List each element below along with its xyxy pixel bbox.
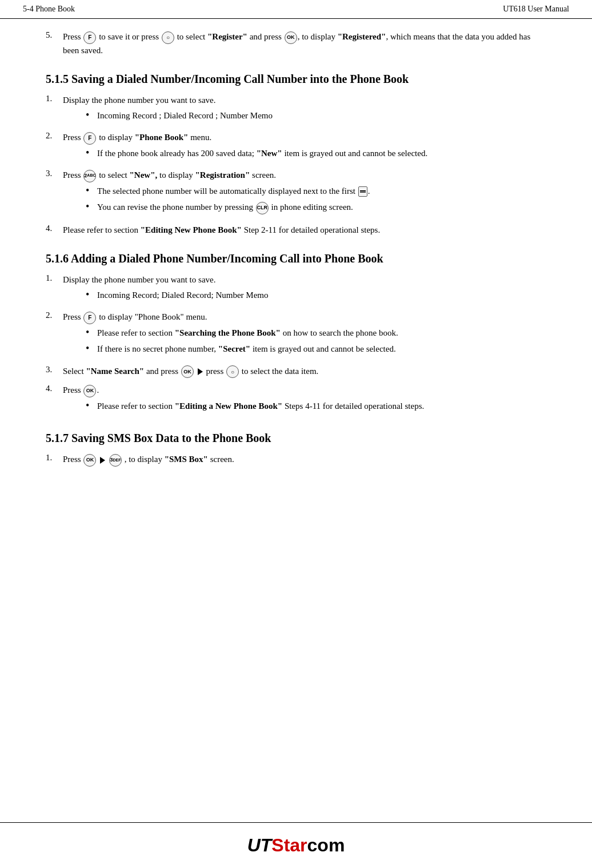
bullet-516-2-1: • Please refer to section "Searching the… [86,327,546,340]
f-button-516[interactable]: F [83,312,96,324]
step-517-text-1: Press OK 3DEF , to display "SMS Box" scr… [63,453,546,467]
section-517-heading: 5.1.7 Saving SMS Box Data to the Phone B… [46,432,546,445]
ok-button-516[interactable]: OK [181,365,194,378]
step-num-4: 4. [46,224,59,233]
bullet-3-2: • You can revise the phone number by pre… [86,201,546,214]
abc-button[interactable]: 2ABC [83,170,96,182]
bullet-list-516-2: • Please refer to section "Searching the… [86,327,546,356]
section-517: 5.1.7 Saving SMS Box Data to the Phone B… [46,432,546,467]
header-left: 5-4 Phone Book [23,5,75,14]
step-516-2: 2. Press F to display "Phone Book" menu.… [46,310,546,359]
new-select-label: "New", [130,170,158,180]
def-button[interactable]: 3DEF [109,454,122,467]
bullet-list-2: • If the phone book already has 200 save… [86,147,546,160]
step-num-2: 2. [46,131,59,141]
section-515-heading: 5.1.5 Saving a Dialed Number/Incoming Ca… [46,73,546,86]
editing-new-label: "Editing a New Phone Book" [175,401,282,411]
step-516-num-4: 4. [46,384,59,393]
registration-label: "Registration" [195,170,250,180]
step-text-1: Display the phone number you want to sav… [63,94,546,125]
step-516-text-1: Display the phone number you want to sav… [63,273,546,305]
step-517-num-1: 1. [46,453,59,463]
step-516-num-3: 3. [46,365,59,375]
bullet-3-1: • The selected phone number will be auto… [86,185,546,198]
page-content: 5. Press F to save it or press ○ to sele… [0,19,592,525]
step-516-3: 3. Select "Name Search" and press OK pre… [46,365,546,379]
clr-button[interactable]: CLR [256,202,269,214]
page-header: 5-4 Phone Book UT618 User Manual [0,0,592,19]
searching-label: "Searching the Phone Book" [175,328,281,337]
f-button-2[interactable]: F [83,132,96,145]
bullet-list-516-1: • Incoming Record; Dialed Record; Number… [86,289,546,302]
new-label: "New" [257,149,282,158]
registered-label: "Registered" [338,32,386,41]
editing-phone-book-label: "Editing New Phone Book" [141,225,242,234]
step-516-text-4: Press OK. • Please refer to section "Edi… [63,384,546,416]
step-516-text-3: Select "Name Search" and press OK press … [63,365,546,379]
secret-label: "Secret" [218,344,250,353]
phone-book-label: "Phone Book" [135,133,189,142]
circle-button[interactable]: ○ [162,31,174,44]
register-label: "Register" [207,32,247,41]
step-516-1: 1. Display the phone number you want to … [46,273,546,305]
header-right: UT618 User Manual [503,5,569,14]
f-button[interactable]: F [83,31,96,44]
section-515: 5.1.5 Saving a Dialed Number/Incoming Ca… [46,73,546,236]
logo-ut: UT [247,835,272,856]
step-text-3: Press 2ABC to select "New", to display "… [63,169,546,218]
step-515-3: 3. Press 2ABC to select "New", to displa… [46,169,546,218]
intro-section: 5. Press F to save it or press ○ to sele… [46,30,546,57]
step-515-2: 2. Press F to display "Phone Book" menu.… [46,131,546,163]
ok-button-516-4[interactable]: OK [83,385,96,397]
step-num-1: 1. [46,94,59,103]
step-text-2: Press F to display "Phone Book" menu. • … [63,131,546,163]
name-search-label: "Name Search" [86,367,144,376]
bullet-text: Incoming Record ; Dialed Record ; Number… [97,109,546,122]
step-515-4: 4. Please refer to section "Editing New … [46,224,546,237]
step-515-1: 1. Display the phone number you want to … [46,94,546,125]
bullet-list-3: • The selected phone number will be auto… [86,185,546,214]
bullet-1-1: • Incoming Record ; Dialed Record ; Numb… [86,109,546,122]
step-517-1: 1. Press OK 3DEF , to display "SMS Box" … [46,453,546,467]
step-516-num-2: 2. [46,310,59,320]
first-icon [358,186,367,197]
logo-star-com: Starcom [271,835,345,856]
bullet-list-1: • Incoming Record ; Dialed Record ; Numb… [86,109,546,122]
bullet-2-1: • If the phone book already has 200 save… [86,147,546,160]
step-text: Press F to save it or press ○ to select … [63,30,546,57]
bullet-516-1-1: • Incoming Record; Dialed Record; Number… [86,289,546,302]
logo: UT Starcom [247,835,345,856]
page-footer: UT Starcom [0,822,592,868]
step-number: 5. [46,30,59,40]
step-516-4: 4. Press OK. • Please refer to section "… [46,384,546,416]
step-num-3: 3. [46,169,59,178]
arrow-right-icon-517 [100,457,105,464]
intro-step-5: 5. Press F to save it or press ○ to sele… [46,30,546,57]
circle-button-516[interactable]: ○ [226,365,239,378]
step-516-num-1: 1. [46,273,59,283]
ok-button-517[interactable]: OK [83,454,96,467]
bullet-516-2-2: • If there is no secret phone number, "S… [86,343,546,356]
arrow-right-icon [198,368,203,375]
bullet-list-516-4: • Please refer to section "Editing a New… [86,400,546,413]
sms-box-label: "SMS Box" [165,455,208,464]
section-516: 5.1.6 Adding a Dialed Phone Number/Incom… [46,252,546,416]
section-516-heading: 5.1.6 Adding a Dialed Phone Number/Incom… [46,252,546,265]
ok-button-1[interactable]: OK [285,31,297,44]
step-516-text-2: Press F to display "Phone Book" menu. • … [63,310,546,359]
step-text-4: Please refer to section "Editing New Pho… [63,224,546,237]
bullet-516-4-1: • Please refer to section "Editing a New… [86,400,546,413]
